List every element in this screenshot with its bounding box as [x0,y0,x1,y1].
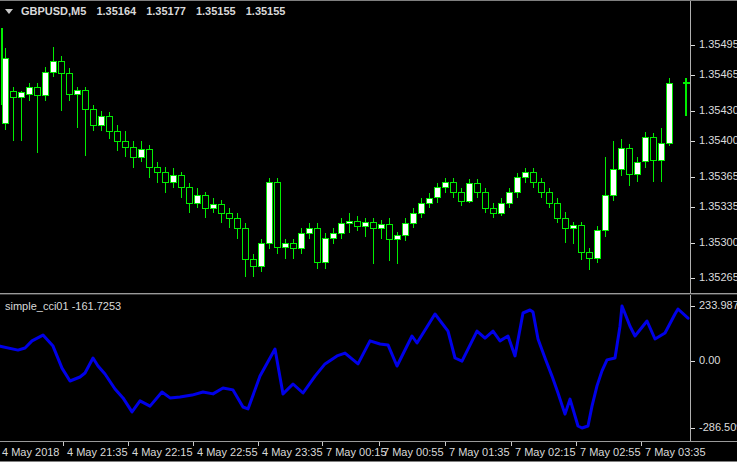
candle [82,87,88,157]
candle [66,68,72,100]
time-axis-tick [128,442,129,446]
time-axis-tick [193,442,194,446]
candle [18,91,24,142]
candle [346,213,352,233]
candle [42,67,48,100]
candle [218,200,224,223]
candle [170,168,176,188]
price-axis-label: 1.35365 [699,170,737,182]
time-axis-label: 7 May 02:15 [515,446,576,458]
candle [106,112,112,139]
cci-line-chart[interactable] [0,295,690,441]
indicator-axis-tick [691,428,695,429]
candle [186,183,192,213]
price-axis-label: 1.35495 [699,38,737,50]
price-axis-tick [691,243,695,244]
candle [266,178,272,249]
candle [650,133,656,182]
quote-close: 1.35155 [246,5,286,17]
candle [570,222,576,243]
candle [434,183,440,203]
time-axis-tick [576,442,577,446]
pane-divider-shadow [0,294,737,295]
candle [234,213,240,238]
current-bar [683,78,690,116]
symbol-dropdown-icon[interactable] [5,9,13,14]
candle [330,228,336,243]
price-axis-tick [691,75,695,76]
indicator-axis-label: 233.987 [699,299,737,311]
candle [458,188,464,206]
candle [658,128,664,182]
candle [322,233,328,269]
candle [98,111,104,131]
time-axis-tick [63,442,64,446]
candle [146,145,152,177]
candle [74,87,80,129]
candle [634,157,640,181]
time-axis-label: 4 May 23:35 [262,446,323,458]
candle [490,203,496,218]
candle [250,254,256,277]
candle [394,232,400,263]
candle [114,125,120,151]
price-axis-label: 1.35335 [699,200,737,212]
candle [626,144,632,186]
candle [50,47,56,77]
chart-header: GBPUSD,M5 1.35164 1.35177 1.35155 1.3515… [5,5,285,17]
candle [306,223,312,238]
candle [282,239,288,259]
indicator-pane[interactable] [0,295,690,441]
candle [298,228,304,253]
candle [498,198,504,216]
time-axis-label: 7 May 00:15 [326,446,387,458]
price-axis-tick [691,111,695,112]
candle [482,188,488,213]
candle [178,172,184,198]
candle [474,179,480,198]
candle [666,78,672,146]
candlestick-chart[interactable] [0,1,690,293]
main-chart-pane[interactable]: GBPUSD,M5 1.35164 1.35177 1.35155 1.3515… [0,1,690,293]
candle [210,198,216,213]
candle [130,141,136,167]
candle [258,239,264,272]
candle [618,139,624,176]
candle [562,212,568,242]
candle [26,83,32,101]
candle [378,220,384,238]
price-axis[interactable]: 1.354951.354651.354301.354001.353651.353… [691,1,737,293]
price-axis-tick [691,141,695,142]
price-axis-tick [691,207,695,208]
time-axis-label: 7 May 03:35 [645,446,706,458]
time-axis-label: 4 May 2018 [2,446,59,458]
indicator-axis-label: 0.00 [699,354,720,366]
candle [242,223,248,277]
cci-line [0,306,688,428]
candle [466,179,472,203]
candle [402,218,408,240]
candle [418,198,424,218]
candle [602,157,608,236]
time-axis-tick [258,442,259,446]
candle [554,198,560,223]
price-axis-tick [691,278,695,279]
candle [122,131,128,157]
candle [578,222,584,259]
quote-open: 1.35164 [96,5,136,17]
candle [226,208,232,228]
candle [442,178,448,193]
candle [90,105,96,131]
chart-window: GBPUSD,M5 1.35164 1.35177 1.35155 1.3515… [0,0,737,462]
price-axis-tick [691,177,695,178]
candle [426,193,432,208]
indicator-axis-tick [691,306,695,307]
candle [34,83,40,154]
price-axis-tick [691,45,695,46]
time-axis[interactable]: 4 May 20184 May 21:354 May 22:154 May 22… [0,442,737,462]
candle [530,168,536,188]
candle [338,218,344,238]
indicator-axis[interactable]: 233.9870.00-286.5098 [691,295,737,441]
time-axis-label: 4 May 22:15 [132,446,193,458]
candle [202,192,208,218]
